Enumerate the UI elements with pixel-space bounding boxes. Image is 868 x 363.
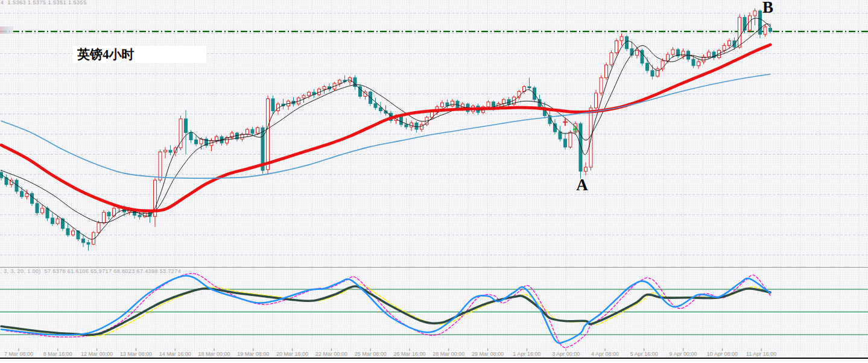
chart-window: 4 1.5363 1.5375 1.5351 1.5355 英镑4小时 A B … bbox=[0, 0, 868, 363]
stoch-level-lines bbox=[0, 289, 868, 335]
panel-separator-highlight bbox=[0, 268, 868, 268]
indicator-caption: 3, 3, 3, 20, 1.00) 57.6378 61.6106 65.97… bbox=[0, 268, 181, 274]
stoch-fast-blue bbox=[1, 275, 770, 343]
marker-letter-b: B bbox=[758, 0, 778, 17]
marker-letter-a: A bbox=[572, 176, 592, 194]
stoch-fast-signal-magenta bbox=[7, 274, 771, 348]
ma-long-blue bbox=[1, 74, 770, 178]
bid-price-flag bbox=[0, 27, 13, 34]
stoch-slow-signal-yellow bbox=[7, 284, 771, 336]
window-bottom-strip bbox=[0, 359, 868, 363]
chart-title-box: 英镑4小时 bbox=[73, 46, 206, 63]
symbol-quote-line: 4 1.5363 1.5375 1.5351 1.5355 bbox=[1, 0, 87, 5]
